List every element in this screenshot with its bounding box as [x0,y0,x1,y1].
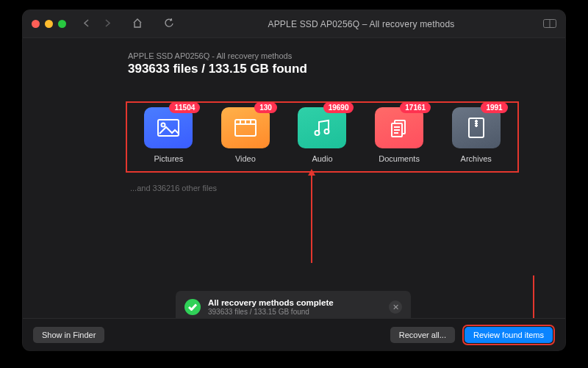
svg-point-3 [162,123,165,127]
audio-tile: 19690 [298,107,346,148]
review-found-items-button[interactable]: Review found items [465,327,553,343]
refresh-icon[interactable] [160,18,179,30]
scan-summary: 393633 files / 133.15 GB found [128,62,565,76]
svg-rect-2 [158,120,179,136]
dismiss-status-button[interactable]: ✕ [389,300,402,314]
forward-button[interactable] [100,19,115,29]
show-in-finder-button[interactable]: Show in Finder [33,327,104,343]
svg-point-9 [315,131,320,135]
recover-all-button[interactable]: Recover all... [390,327,455,343]
review-button-highlight: Review found items [462,325,555,345]
footer: Show in Finder Recover all... Review fou… [23,318,565,350]
window-controls [32,20,66,28]
svg-point-10 [325,129,329,134]
fullscreen-window-button[interactable] [58,20,66,28]
other-files-text: ...and 336216 other files [130,184,217,192]
documents-count-badge: 17161 [400,102,431,113]
audio-count-badge: 19690 [323,102,354,113]
window-title: APPLE SSD AP0256Q – All recovery methods [185,19,537,29]
video-tile: 130 [221,107,270,148]
titlebar: APPLE SSD AP0256Q – All recovery methods [23,10,565,38]
pictures-count-badge: 11504 [169,102,200,113]
pictures-label: Pictures [154,154,183,163]
documents-tile: 17161 [375,107,423,148]
close-window-button[interactable] [32,20,40,28]
status-detail: 393633 files / 133.15 GB found [208,308,381,316]
scan-subtitle: APPLE SSD AP0256Q - All recovery methods [128,51,565,60]
checkmark-icon [184,299,201,315]
pictures-tile: 11504 [144,107,193,148]
app-window: APPLE SSD AP0256Q – All recovery methods… [23,10,565,350]
archive-icon [468,118,484,138]
audio-label: Audio [312,154,332,163]
category-row: 11504 Pictures 130 Video 19690 Audio [126,101,519,173]
video-icon [234,119,257,137]
annotation-arrow-up [311,175,312,263]
category-pictures[interactable]: 11504 Pictures [135,107,202,163]
category-video[interactable]: 130 Video [212,107,279,163]
back-button[interactable] [79,19,94,29]
home-icon[interactable] [128,18,147,30]
archives-tile: 1991 [452,107,501,148]
music-note-icon [312,118,331,137]
video-count-badge: 130 [254,102,277,113]
archives-count-badge: 1991 [481,102,507,113]
image-icon [157,119,179,137]
status-title: All recovery methods complete [208,298,381,307]
documents-label: Documents [379,154,420,163]
category-documents[interactable]: 17161 Documents [365,107,433,163]
category-audio[interactable]: 19690 Audio [288,107,356,163]
minimize-window-button[interactable] [45,20,53,28]
layout-toggle-icon[interactable] [543,18,556,30]
video-label: Video [235,154,256,163]
archives-label: Archives [461,154,492,163]
category-archives[interactable]: 1991 Archives [442,107,510,163]
content-area: APPLE SSD AP0256Q - All recovery methods… [23,38,565,350]
documents-icon [390,118,409,137]
